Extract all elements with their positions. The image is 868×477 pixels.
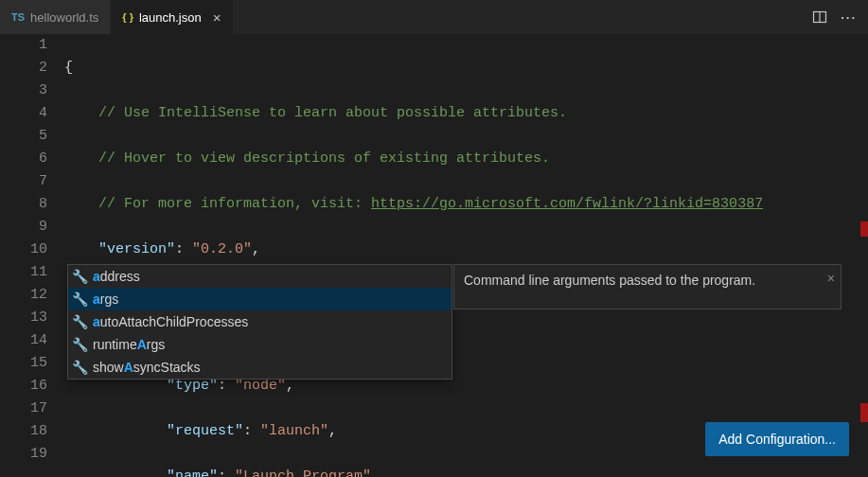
tab-label: helloworld.ts xyxy=(30,10,98,25)
overview-ruler[interactable] xyxy=(855,34,868,477)
wrench-icon: 🔧 xyxy=(72,292,87,307)
tab-bar: TS helloworld.ts { } launch.json × ··· xyxy=(0,0,868,34)
json-icon: { } xyxy=(122,11,133,23)
suggest-autoattach[interactable]: 🔧 autoAttachChildProcesses xyxy=(68,310,452,333)
tabbar-actions: ··· xyxy=(801,0,868,34)
more-icon[interactable]: ··· xyxy=(841,10,857,25)
intellisense-list[interactable]: 🔧 address 🔧 args 🔧 autoAttachChildProces… xyxy=(67,264,452,380)
wrench-icon: 🔧 xyxy=(72,360,87,375)
suggest-description: Command line arguments passed to the pro… xyxy=(464,273,755,288)
close-icon[interactable]: × xyxy=(827,269,835,288)
editor[interactable]: 123 456 789 101112 131415 161718 19 { //… xyxy=(0,34,868,477)
tab-label: launch.json xyxy=(139,10,202,25)
tab-helloworld[interactable]: TS helloworld.ts xyxy=(0,0,111,34)
suggest-runtimeargs[interactable]: 🔧 runtimeArgs xyxy=(68,333,452,356)
typescript-icon: TS xyxy=(11,11,25,23)
tab-launchjson[interactable]: { } launch.json × xyxy=(111,0,233,34)
suggest-showasyncstacks[interactable]: 🔧 showAsyncStacks xyxy=(68,356,452,379)
suggest-address[interactable]: 🔧 address xyxy=(68,265,452,288)
error-marker[interactable] xyxy=(860,403,868,422)
line-gutter: 123 456 789 101112 131415 161718 19 xyxy=(0,34,64,477)
wrench-icon: 🔧 xyxy=(72,337,87,352)
split-editor-icon[interactable] xyxy=(812,9,827,25)
docs-link[interactable]: https://go.microsoft.com/fwlink/?linkid=… xyxy=(371,196,763,212)
intellisense-detail: Command line arguments passed to the pro… xyxy=(453,264,841,309)
wrench-icon: 🔧 xyxy=(72,314,87,329)
error-marker[interactable] xyxy=(860,221,868,237)
close-icon[interactable]: × xyxy=(213,10,221,25)
wrench-icon: 🔧 xyxy=(72,269,87,284)
code-area[interactable]: { // Use IntelliSense to learn about pos… xyxy=(64,34,868,477)
add-configuration-button[interactable]: Add Configuration... xyxy=(705,422,849,456)
suggest-args[interactable]: 🔧 args xyxy=(68,288,452,310)
